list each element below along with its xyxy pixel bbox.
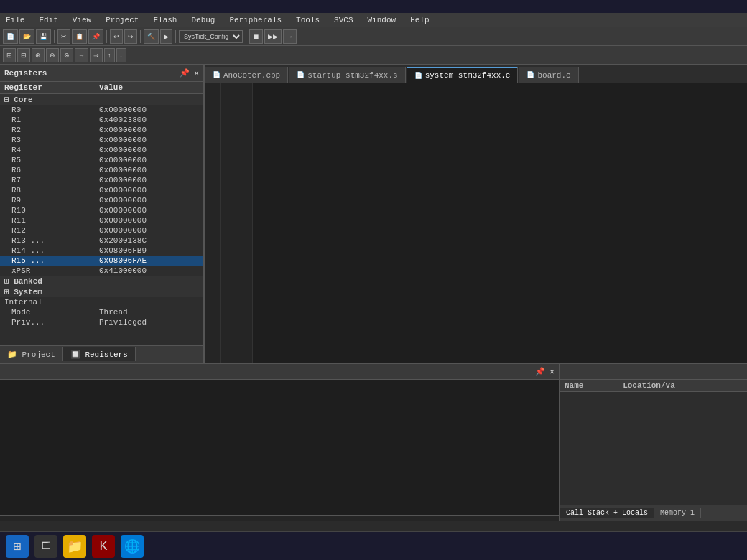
menu-peripherals[interactable]: Peripherals xyxy=(226,14,284,26)
table-row[interactable]: R110x00000000 xyxy=(0,215,203,225)
table-row[interactable]: R70x00000000 xyxy=(0,175,203,185)
tb2-btn2[interactable]: ⊟ xyxy=(17,48,30,62)
table-row[interactable]: ModeThread xyxy=(0,307,203,317)
explorer-button[interactable]: 📁 xyxy=(63,535,86,558)
menu-window[interactable]: Window xyxy=(365,14,399,26)
debug-btn[interactable]: ▶ xyxy=(160,29,172,44)
table-row[interactable]: ⊟ Core xyxy=(0,94,203,106)
table-row[interactable]: R120x00000000 xyxy=(0,225,203,235)
table-row[interactable]: R10x40023800 xyxy=(0,115,203,125)
undo-btn[interactable]: ↩ xyxy=(110,29,123,44)
reg-name: Priv... xyxy=(0,317,95,327)
taskbar: ⊞ 🗔 📁 K 🌐 xyxy=(0,531,747,560)
sep4 xyxy=(175,30,176,43)
sep1 xyxy=(54,30,55,43)
toolbar1: 📄 📂 💾 ✂ 📋 📌 ↩ ↪ 🔨 ▶ SysTick_Config ⏹ ▶▶ … xyxy=(0,27,747,46)
tab-startup[interactable]: 📄 startup_stm32f4xx.s xyxy=(289,67,405,83)
tb2-btn6[interactable]: → xyxy=(75,48,88,62)
cs-col-location: Location/Va xyxy=(618,380,747,392)
table-row[interactable]: Internal xyxy=(0,297,203,307)
table-row[interactable]: R80x00000000 xyxy=(0,185,203,195)
tab-system[interactable]: 📄 system_stm32f4xx.c xyxy=(407,67,519,83)
menu-project[interactable]: Project xyxy=(103,14,141,26)
tab-anocopter[interactable]: 📄 AnoCoter.cpp xyxy=(205,67,288,83)
browser-button[interactable]: 🌐 xyxy=(121,535,144,558)
reg-group-label: ⊞ Banked xyxy=(0,276,203,286)
tabs-bar: 📄 AnoCoter.cpp 📄 startup_stm32f4xx.s 📄 s… xyxy=(205,65,747,83)
menu-view[interactable]: View xyxy=(70,14,94,26)
tb2-btn1[interactable]: ⊞ xyxy=(3,48,16,62)
run-btn[interactable]: ▶▶ xyxy=(264,29,282,44)
table-row[interactable]: Priv...Privileged xyxy=(0,317,203,327)
reg-col-name: Register xyxy=(0,82,95,94)
open-btn[interactable]: 📂 xyxy=(19,29,34,44)
registers-tab[interactable]: 🔲 Registers xyxy=(63,347,136,361)
table-row[interactable]: R50x00000000 xyxy=(0,155,203,165)
project-tab[interactable]: 📁 Project xyxy=(0,347,63,361)
table-row[interactable]: R30x00000000 xyxy=(0,135,203,145)
menu-svcs[interactable]: SVCS xyxy=(331,14,356,26)
command-controls: 📌 ✕ xyxy=(535,367,555,376)
table-row[interactable]: R40x00000000 xyxy=(0,145,203,155)
command-output xyxy=(0,380,559,515)
menu-tools[interactable]: Tools xyxy=(293,14,323,26)
table-row[interactable]: ⊞ System xyxy=(0,286,203,297)
new-btn[interactable]: 📄 xyxy=(3,29,18,44)
target-combo[interactable]: SysTick_Config xyxy=(179,30,243,43)
keil-button[interactable]: K xyxy=(92,535,115,558)
reg-name: R0 xyxy=(0,105,95,115)
table-row[interactable]: R15 ...0x08006FAE xyxy=(0,256,203,266)
tab-callstack[interactable]: Call Stack + Locals xyxy=(560,508,654,518)
step-btn[interactable]: → xyxy=(283,29,297,44)
toolbar2: ⊞ ⊟ ⊕ ⊖ ⊗ → ⇒ ↑ ↓ xyxy=(0,46,747,65)
registers-title: Registers xyxy=(4,69,47,78)
reg-value: Thread xyxy=(95,307,203,317)
tb2-btn5[interactable]: ⊗ xyxy=(60,48,73,62)
menu-edit[interactable]: Edit xyxy=(36,14,60,26)
sep5 xyxy=(246,30,246,43)
callstack-table: Name Location/Va xyxy=(560,380,747,505)
menu-flash[interactable]: Flash xyxy=(150,14,180,26)
menu-debug[interactable]: Debug xyxy=(188,14,218,26)
table-row[interactable]: R00x00000000 xyxy=(0,105,203,115)
start-button[interactable]: ⊞ xyxy=(6,535,29,558)
tb2-btn9[interactable]: ↓ xyxy=(116,48,127,62)
table-row[interactable]: R13 ...0x2000138C xyxy=(0,235,203,246)
paste-btn[interactable]: 📌 xyxy=(88,29,103,44)
reg-value: 0x00000000 xyxy=(95,145,203,155)
reg-value: 0x00000000 xyxy=(95,175,203,185)
bottom-section: 📌 ✕ Name Location/Va Ca xyxy=(0,363,747,521)
tab-memory[interactable]: Memory 1 xyxy=(654,508,701,518)
menu-file[interactable]: File xyxy=(3,14,27,26)
tb2-btn7[interactable]: ⇒ xyxy=(90,48,103,62)
tb2-btn3[interactable]: ⊕ xyxy=(32,48,45,62)
stop-btn[interactable]: ⏹ xyxy=(249,29,263,44)
table-row[interactable]: R20x00000000 xyxy=(0,125,203,135)
tab-board[interactable]: 📄 board.c xyxy=(519,67,578,83)
code-content[interactable] xyxy=(253,83,747,363)
callstack-panel: Name Location/Va Call Stack + Locals Mem… xyxy=(560,364,747,521)
menu-help[interactable]: Help xyxy=(407,14,432,26)
sep3 xyxy=(140,30,141,43)
reg-value: 0x00000000 xyxy=(95,125,203,135)
reg-name: R15 ... xyxy=(0,256,95,266)
taskview-button[interactable]: 🗔 xyxy=(34,535,57,558)
build-btn[interactable]: 🔨 xyxy=(144,29,159,44)
table-row[interactable]: R60x00000000 xyxy=(0,165,203,175)
reg-table: Register Value ⊟ CoreR00x00000000R10x400… xyxy=(0,82,203,327)
table-row[interactable]: R100x00000000 xyxy=(0,205,203,215)
command-input-bar xyxy=(0,515,559,521)
tab-icon-startup: 📄 xyxy=(297,71,305,79)
registers-table: Register Value ⊟ CoreR00x00000000R10x400… xyxy=(0,82,203,345)
redo-btn[interactable]: ↪ xyxy=(124,29,137,44)
reg-name: R1 xyxy=(0,115,95,125)
table-row[interactable]: ⊞ Banked xyxy=(0,276,203,286)
tb2-btn4[interactable]: ⊖ xyxy=(46,48,59,62)
cut-btn[interactable]: ✂ xyxy=(57,29,70,44)
table-row[interactable]: xPSR0x41000000 xyxy=(0,266,203,276)
save-btn[interactable]: 💾 xyxy=(36,29,51,44)
table-row[interactable]: R14 ...0x08006FB9 xyxy=(0,246,203,256)
copy-btn[interactable]: 📋 xyxy=(72,29,87,44)
tb2-btn8[interactable]: ↑ xyxy=(104,48,115,62)
table-row[interactable]: R90x00000000 xyxy=(0,195,203,205)
